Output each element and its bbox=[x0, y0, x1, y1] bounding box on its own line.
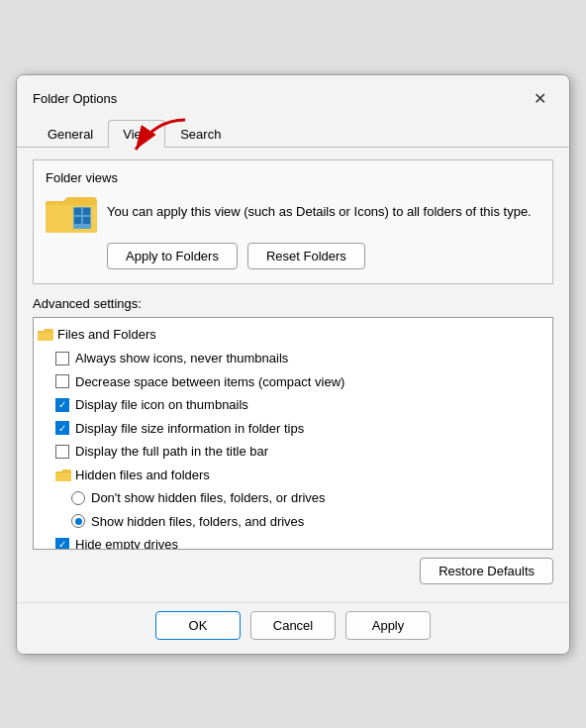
close-button[interactable]: ✕ bbox=[526, 85, 553, 113]
advanced-settings-label: Advanced settings: bbox=[33, 296, 553, 311]
svg-rect-11 bbox=[55, 473, 71, 481]
item-label: Always show icons, never thumbnails bbox=[75, 349, 288, 368]
svg-rect-7 bbox=[83, 217, 90, 224]
item-label: Display the full path in the title bar bbox=[75, 442, 268, 462]
folder-options-dialog: Folder Options ✕ General View Search Fol… bbox=[16, 74, 570, 655]
apply-button[interactable]: Apply bbox=[345, 611, 431, 640]
list-item[interactable]: Always show icons, never thumbnails bbox=[34, 347, 552, 370]
folder-icon bbox=[55, 468, 71, 481]
apply-to-folders-button[interactable]: Apply to Folders bbox=[107, 243, 238, 269]
item-label: Decrease space between items (compact vi… bbox=[75, 372, 344, 392]
reset-folders-button[interactable]: Reset Folders bbox=[247, 243, 365, 269]
folder-with-grid-icon bbox=[46, 193, 97, 235]
settings-list[interactable]: Files and Folders Always show icons, nev… bbox=[34, 318, 552, 549]
radio-show-hidden[interactable] bbox=[71, 514, 85, 528]
restore-defaults-button[interactable]: Restore Defaults bbox=[420, 558, 553, 584]
list-item[interactable]: Hide empty drives bbox=[34, 533, 552, 549]
dialog-content: Folder views bbox=[17, 148, 569, 602]
svg-rect-6 bbox=[74, 217, 81, 224]
tabs-bar: General View Search bbox=[17, 113, 569, 148]
dialog-title: Folder Options bbox=[33, 91, 117, 106]
dialog-buttons: OK Cancel Apply bbox=[17, 602, 569, 654]
list-item[interactable]: Display file icon on thumbnails bbox=[34, 393, 552, 417]
checkbox-display-full-path[interactable] bbox=[55, 445, 69, 459]
item-label: Don't show hidden files, folders, or dri… bbox=[91, 488, 326, 508]
checkbox-hide-empty-drives[interactable] bbox=[55, 538, 69, 549]
tab-general[interactable]: General bbox=[33, 120, 108, 148]
svg-rect-5 bbox=[83, 208, 90, 215]
checkbox-decrease-space[interactable] bbox=[55, 374, 69, 388]
list-item[interactable]: Don't show hidden files, folders, or dri… bbox=[34, 486, 552, 510]
list-item[interactable]: Show hidden files, folders, and drives bbox=[34, 510, 552, 534]
folder-views-buttons: Apply to Folders Reset Folders bbox=[107, 243, 540, 269]
settings-list-wrapper: Files and Folders Always show icons, nev… bbox=[33, 317, 553, 550]
item-label: Hide empty drives bbox=[75, 535, 178, 549]
title-bar: Folder Options ✕ bbox=[17, 75, 569, 113]
cancel-button[interactable]: Cancel bbox=[250, 611, 336, 640]
checkbox-display-file-icon[interactable] bbox=[55, 398, 69, 412]
item-label: Display file size information in folder … bbox=[75, 419, 304, 439]
folder-views-description: You can apply this view (such as Details… bbox=[107, 203, 540, 221]
svg-rect-4 bbox=[74, 208, 81, 215]
bottom-row: Restore Defaults bbox=[33, 558, 553, 584]
radio-dont-show-hidden[interactable] bbox=[71, 491, 85, 505]
folder-icon bbox=[38, 328, 53, 341]
list-item: Files and Folders bbox=[34, 322, 552, 348]
checkbox-always-show-icons[interactable] bbox=[55, 352, 69, 365]
folder-views-row: You can apply this view (such as Details… bbox=[46, 193, 540, 233]
folder-views-group: Folder views bbox=[33, 159, 553, 284]
tab-search[interactable]: Search bbox=[165, 120, 236, 148]
item-label: Show hidden files, folders, and drives bbox=[91, 512, 304, 532]
tab-view[interactable]: View bbox=[108, 120, 165, 148]
list-item: Hidden files and folders bbox=[34, 464, 552, 487]
folder-views-label: Folder views bbox=[46, 170, 540, 185]
folder-icon-wrapper bbox=[46, 193, 93, 233]
list-item[interactable]: Display file size information in folder … bbox=[34, 417, 552, 441]
list-item[interactable]: Display the full path in the title bar bbox=[34, 440, 552, 464]
svg-rect-9 bbox=[38, 333, 53, 341]
item-label: Display file icon on thumbnails bbox=[75, 395, 248, 415]
category-label: Files and Folders bbox=[57, 325, 156, 345]
list-item[interactable]: Decrease space between items (compact vi… bbox=[34, 370, 552, 394]
category-label: Hidden files and folders bbox=[75, 466, 210, 485]
checkbox-display-file-size[interactable] bbox=[55, 421, 69, 435]
ok-button[interactable]: OK bbox=[155, 611, 241, 640]
